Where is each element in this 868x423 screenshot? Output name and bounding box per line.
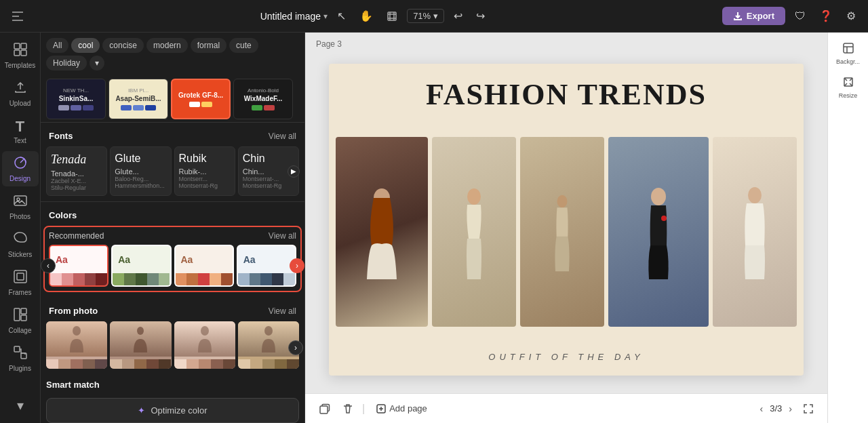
photo-swatches-3 [238,359,299,369]
smart-match-section: Smart match ✦ Optimize color [41,374,304,423]
sidebar-item-stickers[interactable]: Stickers [2,227,39,262]
filter-tab-cool[interactable]: cool [71,38,100,53]
filter-tab-modern[interactable]: modern [146,38,188,53]
resize-label: Resize [839,92,858,99]
right-panel: Backgr... Resize [827,33,868,423]
sidebar-item-upload[interactable]: Upload [2,76,39,111]
palette-swatches-1 [113,273,170,285]
photo-palette-1[interactable] [110,321,171,369]
frame-tool-button[interactable] [382,8,401,24]
filter-tab-concise[interactable]: concise [102,38,144,53]
palette-card-0[interactable]: Aa [49,245,108,287]
settings-button[interactable]: ⚙ [842,7,860,25]
filter-tab-all[interactable]: All [46,38,68,53]
template-card-3[interactable]: Grotek GF-8... [171,79,231,119]
filter-more-button[interactable]: ▾ [90,56,104,70]
palette-carousel-prev[interactable]: ‹ [41,258,56,273]
photo-thumb-0 [46,321,107,357]
optimize-color-button[interactable]: ✦ Optimize color [46,398,299,423]
photo-palette-2[interactable] [174,321,235,369]
swatch-1-1 [124,273,136,285]
svg-rect-12 [17,273,24,280]
sidebar-item-design[interactable]: Design [2,151,39,186]
svg-rect-17 [21,353,26,359]
undo-button[interactable]: ↩ [450,7,467,25]
recommended-carousel: ‹ Aa Aa [49,245,296,287]
svg-rect-4 [14,43,20,49]
palette-carousel-next[interactable]: › [290,258,304,273]
next-page-button[interactable]: › [786,402,795,416]
template-card-2[interactable]: IBM Pl... Asap-SemiB... [108,79,168,119]
font-name-2: Rubik-... [179,167,231,176]
font-carousel-next[interactable]: ▶ [288,165,300,178]
sidebar-item-text[interactable]: T Text [2,114,39,148]
collage-icon [13,307,28,325]
sidebar-item-frames[interactable]: Frames [2,265,39,300]
colors-title: Colors [49,210,77,220]
recommended-label: Recommended [49,231,104,241]
hand-tool-button[interactable]: ✋ [355,7,377,25]
template-card-4[interactable]: Antonio-Bold WixMadeF... [233,79,293,119]
upload-icon [13,80,28,98]
frames-label: Frames [9,289,32,296]
zoom-control[interactable]: 71% ▾ [407,9,444,23]
fullscreen-button[interactable] [800,401,816,417]
recommended-view-all[interactable]: View all [269,231,296,241]
palette-swatches-3 [238,273,295,285]
photo-thumb-2 [174,321,235,357]
font-card-1[interactable]: Glute Glute... Baloo-Reg... Hammersmitho… [110,146,171,196]
logo-icon[interactable] [8,7,27,26]
page-nav: ‹ 3/3 › [757,402,795,416]
plugins-label: Plugins [9,365,31,372]
export-button[interactable]: Export [722,7,785,25]
recommended-header: Recommended View all [49,231,296,241]
redo-button[interactable]: ↪ [472,7,489,25]
template-card-1[interactable]: NEW TH... SinkinSa... [46,79,106,119]
shield-button[interactable]: 🛡 [791,7,810,25]
design-icon [13,155,28,174]
pointer-tool-button[interactable]: ↖ [333,7,350,25]
colors-section-header: Colors [41,202,304,226]
smart-match-title: Smart match [46,377,299,392]
from-photo-view-all[interactable]: View all [269,306,296,316]
palette-card-1[interactable]: Aa [111,245,171,287]
help-button[interactable]: ❓ [815,7,837,25]
design-panel: All cool concise modern formal cute Holi… [41,33,305,423]
palette-card-3[interactable]: Aa [237,245,296,287]
svg-point-20 [201,326,209,336]
font-card-0[interactable]: Tenada Tenada-... Zacbel X-E... Stilu-Re… [46,146,107,196]
swatch-3-0 [238,273,250,285]
swatch-0-4 [96,273,107,285]
photo-carousel-next[interactable]: › [288,340,303,355]
zoom-level: 71% [413,11,431,21]
resize-button[interactable]: Resize [831,72,866,103]
sidebar-item-plugins[interactable]: Plugins [2,341,39,376]
swatch-2-2 [198,273,210,285]
prev-page-button[interactable]: ‹ [757,402,766,416]
topbar-right: Export 🛡 ❓ ⚙ [722,7,860,25]
sidebar-item-photos[interactable]: Photos [2,189,39,224]
photo-palette-0[interactable] [46,321,107,369]
sidebar-item-templates[interactable]: Templates [2,38,39,73]
delete-page-button[interactable] [339,400,357,418]
filter-tab-holiday[interactable]: Holiday [46,56,87,70]
add-page-button[interactable]: Add page [370,401,433,417]
background-button[interactable]: Backgr... [831,38,866,69]
palette-card-2[interactable]: Aa [174,245,234,287]
font-card-3[interactable]: Chin Chin... Montserrat-... Montserrat-R… [238,146,299,196]
swatch-1-3 [147,273,159,285]
font-preview-2: Rubik [179,153,231,165]
palette-swatches-2 [176,273,233,285]
design-label: Design [9,175,31,182]
sidebar-collapse-button[interactable]: ▾ [2,393,39,418]
sidebar-item-collage[interactable]: Collage [2,303,39,338]
photo-swatches-2 [174,359,235,369]
doc-title-area[interactable]: Untitled image ▾ [260,11,328,22]
fonts-view-all[interactable]: View all [269,132,296,141]
filter-tab-cute[interactable]: cute [229,38,258,53]
filter-tab-formal[interactable]: formal [191,38,226,53]
svg-rect-3 [388,12,396,20]
canvas-content[interactable]: FASHION TRENDS [305,33,827,393]
duplicate-page-button[interactable] [316,400,334,418]
font-card-2[interactable]: Rubik Rubik-... Montserr... Montserrat-R… [174,146,235,196]
